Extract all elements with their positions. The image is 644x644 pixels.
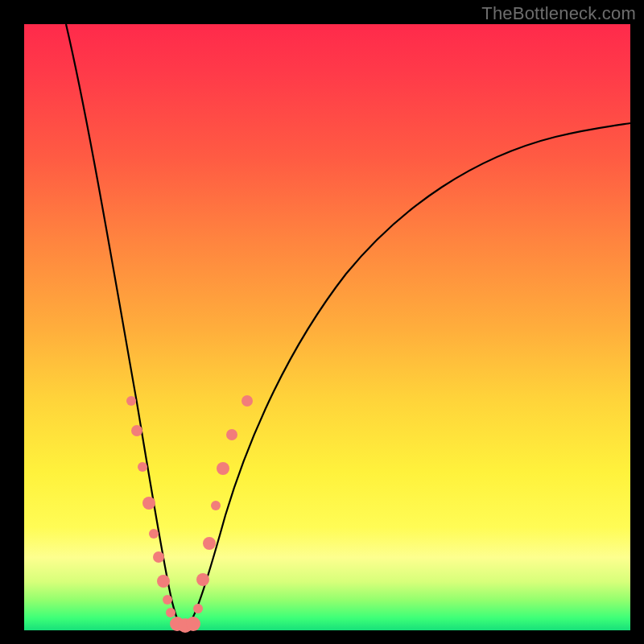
svg-point-5 — [153, 551, 164, 563]
svg-point-2 — [138, 462, 147, 472]
svg-point-14 — [203, 537, 216, 550]
svg-point-3 — [142, 497, 155, 510]
svg-point-4 — [149, 529, 159, 539]
svg-point-16 — [217, 462, 229, 475]
svg-point-0 — [126, 396, 136, 406]
curve-layer — [24, 24, 630, 630]
svg-point-15 — [211, 501, 221, 510]
svg-point-18 — [242, 395, 253, 407]
svg-point-17 — [226, 429, 237, 440]
svg-point-12 — [193, 604, 203, 613]
plot-area — [24, 24, 630, 630]
curve-right-branch — [185, 123, 630, 630]
svg-point-13 — [196, 573, 209, 586]
svg-point-8 — [166, 608, 175, 617]
svg-point-7 — [163, 595, 172, 605]
svg-point-1 — [131, 425, 142, 436]
svg-point-6 — [157, 575, 170, 588]
curve-left-branch — [66, 24, 185, 630]
svg-point-11 — [186, 617, 200, 631]
marker-group — [126, 395, 253, 633]
chart-frame: TheBottleneck.com — [0, 0, 644, 644]
watermark-text: TheBottleneck.com — [481, 3, 636, 24]
